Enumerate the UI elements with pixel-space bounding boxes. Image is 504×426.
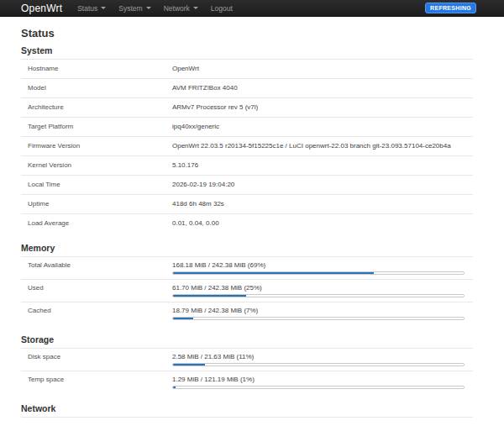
- nav-item-label: Logout: [211, 4, 233, 13]
- table-row: Used61.70 MiB / 242.38 MiB (25%): [21, 279, 473, 302]
- table-row: HostnameOpenWrt: [21, 60, 473, 78]
- section-system: SystemHostnameOpenWrtModelAVM FRITZ!Box …: [21, 45, 473, 233]
- table-row: Total Available168.18 MiB / 242.38 MiB (…: [21, 257, 473, 279]
- nav-item-label: System: [118, 4, 142, 13]
- nav-item-status[interactable]: Status: [77, 4, 106, 13]
- table-row: ModelAVM FRITZ!Box 4040: [21, 78, 473, 97]
- nav-item-system[interactable]: System: [118, 4, 150, 13]
- progressbar-track: [172, 363, 465, 366]
- row-label: Total Available: [21, 257, 172, 279]
- row-label: Cached: [21, 302, 172, 324]
- progressbar-track: [172, 271, 465, 275]
- table-row: Load Average0.01, 0.04, 0.00: [21, 213, 473, 233]
- table-row: Cached18.79 MiB / 242.38 MiB (7%): [21, 302, 473, 324]
- progressbar-track: [172, 386, 465, 389]
- progressbar-fill: [173, 272, 374, 274]
- progressbar-label: 61.70 MiB / 242.38 MiB (25%): [172, 284, 466, 292]
- row-value: ARMv7 Processor rev 5 (v7l): [172, 98, 473, 117]
- row-label: Disk space: [21, 349, 172, 371]
- table-row: Kernel Version5.10.176: [21, 155, 473, 175]
- table-row: ArchitectureARMv7 Processor rev 5 (v7l): [21, 97, 473, 117]
- row-value: ipq40xx/generic: [172, 118, 473, 136]
- table-row: Disk space2.58 MiB / 21.63 MiB (11%): [21, 349, 473, 371]
- progressbar-label: 2.58 MiB / 21.63 MiB (11%): [172, 353, 466, 361]
- row-value: 61.70 MiB / 242.38 MiB (25%): [172, 280, 473, 302]
- row-label: Architecture: [21, 98, 172, 117]
- nav-item-logout[interactable]: Logout: [211, 4, 233, 13]
- row-value: 1.29 MiB / 121.19 MiB (1%): [172, 371, 473, 393]
- section-heading: Network: [21, 403, 473, 418]
- navbar: OpenWrt Status System Network Logout REF…: [0, 0, 504, 17]
- row-value: OpenWrt: [172, 60, 473, 78]
- row-value: 2026-02-19 19:04:20: [172, 176, 473, 194]
- chevron-down-icon: [193, 7, 198, 9]
- row-value: OpenWrt 22.03.5 r20134-5f15225c1e / LuCI…: [172, 137, 473, 155]
- row-value: AVM FRITZ!Box 4040: [172, 79, 473, 97]
- section-network: Network: [21, 403, 473, 418]
- page-title: Status: [21, 27, 473, 40]
- section-storage: StorageDisk space2.58 MiB / 21.63 MiB (1…: [21, 334, 473, 393]
- row-label: Temp space: [21, 371, 172, 393]
- progressbar-fill: [173, 295, 246, 297]
- progressbar-fill: [173, 318, 193, 319]
- progressbar-fill: [173, 387, 176, 388]
- progressbar-track: [172, 317, 465, 320]
- chevron-down-icon: [101, 7, 106, 9]
- row-label: Hostname: [21, 60, 172, 78]
- row-value: 5.10.176: [172, 156, 473, 175]
- row-label: Load Average: [21, 214, 172, 233]
- nav-item-label: Status: [77, 4, 97, 13]
- progressbar-track: [172, 294, 465, 297]
- table-row: Target Platformipq40xx/generic: [21, 117, 473, 136]
- section-heading: System: [21, 45, 473, 60]
- row-label: Kernel Version: [21, 156, 172, 175]
- progressbar-fill: [173, 364, 205, 366]
- row-value: 168.18 MiB / 242.38 MiB (69%): [172, 257, 473, 279]
- row-value: 18.79 MiB / 242.38 MiB (7%): [172, 302, 473, 324]
- section-heading: Storage: [21, 334, 473, 349]
- row-label: Firmware Version: [21, 137, 172, 155]
- row-value: 2.58 MiB / 21.63 MiB (11%): [172, 349, 473, 371]
- row-value: 0.01, 0.04, 0.00: [172, 214, 473, 233]
- nav-item-label: Network: [164, 4, 190, 13]
- progressbar-label: 168.18 MiB / 242.38 MiB (69%): [172, 261, 466, 270]
- main-content: Status SystemHostnameOpenWrtModelAVM FRI…: [21, 27, 473, 418]
- table-row: Temp space1.29 MiB / 121.19 MiB (1%): [21, 371, 473, 393]
- row-label: Used: [21, 280, 172, 302]
- row-label: Local Time: [21, 176, 172, 194]
- section-table: HostnameOpenWrtModelAVM FRITZ!Box 4040Ar…: [21, 60, 473, 233]
- progressbar-label: 18.79 MiB / 242.38 MiB (7%): [172, 307, 466, 315]
- brand-openwrt[interactable]: OpenWrt: [21, 3, 62, 14]
- row-value: 418d 6h 48m 32s: [172, 195, 473, 213]
- row-label: Model: [21, 79, 172, 97]
- table-row: Firmware VersionOpenWrt 22.03.5 r20134-5…: [21, 136, 473, 155]
- table-row: Local Time2026-02-19 19:04:20: [21, 175, 473, 194]
- refreshing-button[interactable]: REFRESHING: [425, 3, 476, 13]
- section-table: Total Available168.18 MiB / 242.38 MiB (…: [21, 257, 473, 324]
- section-heading: Memory: [21, 243, 473, 257]
- row-label: Uptime: [21, 195, 172, 213]
- chevron-down-icon: [146, 7, 151, 9]
- row-label: Target Platform: [21, 118, 172, 136]
- section-memory: MemoryTotal Available168.18 MiB / 242.38…: [21, 243, 473, 324]
- section-table: Disk space2.58 MiB / 21.63 MiB (11%)Temp…: [21, 349, 473, 393]
- status-sections: SystemHostnameOpenWrtModelAVM FRITZ!Box …: [21, 45, 473, 418]
- progressbar-label: 1.29 MiB / 121.19 MiB (1%): [172, 376, 466, 384]
- nav-item-network[interactable]: Network: [164, 4, 198, 13]
- table-row: Uptime418d 6h 48m 32s: [21, 194, 473, 213]
